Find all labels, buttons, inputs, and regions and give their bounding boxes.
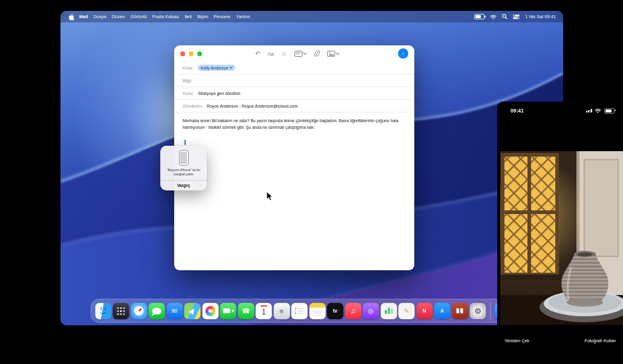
menubar-clock[interactable]: 1 Nis Sal 09:41 <box>525 14 556 19</box>
insert-photo-icon[interactable] <box>327 51 339 57</box>
dock-reminders[interactable] <box>292 303 308 319</box>
field-to-label: Kime: <box>183 66 194 70</box>
format-icon[interactable]: Aa <box>267 51 273 57</box>
control-center-icon[interactable] <box>513 15 520 19</box>
text-insertion-caret <box>184 140 186 145</box>
recipient-name: Kelly Anderson <box>201 66 228 70</box>
dock-photos[interactable] <box>202 303 218 319</box>
dock-pages[interactable]: ✎ <box>399 303 415 319</box>
menu-biçim[interactable]: Biçim <box>197 14 208 19</box>
field-subject[interactable]: Konu: Stüdyoya geri döndüm <box>175 87 414 100</box>
close-button[interactable] <box>180 51 185 56</box>
toolbar-icons: ↶ Aa ☺ <box>255 50 339 57</box>
dock-maps[interactable] <box>184 303 201 319</box>
dock-notes[interactable] <box>309 303 325 319</box>
dock-news[interactable]: N <box>416 303 432 319</box>
dock-contacts[interactable]: ☻ <box>273 303 290 319</box>
menu-mail[interactable]: Mail <box>79 14 88 19</box>
field-from-value: Royce Anderson - Royce.Anderson@icloud.c… <box>207 104 298 108</box>
menu-yardım[interactable]: Yardım <box>236 14 250 19</box>
dock-books[interactable] <box>452 303 468 319</box>
mouse-cursor <box>266 191 273 204</box>
dock-podcasts[interactable]: ◎ <box>363 303 379 319</box>
popup-message: "Royce's iPhone" ile bir fotoğraf çekin <box>160 166 207 180</box>
field-from-label: Gönderen: <box>183 104 203 108</box>
dock-separator <box>490 302 491 320</box>
dock-mail[interactable]: ✉ <box>166 303 183 319</box>
iphone-camera-panel: 09:41 <box>497 102 623 364</box>
signal-icon <box>586 109 592 113</box>
menu-pencere[interactable]: Pencere <box>214 14 230 19</box>
dock-app-store[interactable]: A <box>434 303 451 319</box>
field-subject-value: Stüdyoya geri döndüm <box>198 91 240 96</box>
field-cc[interactable]: Bilgi: <box>175 74 414 87</box>
field-cc-label: Bilgi: <box>183 79 192 83</box>
mail-headers: Kime: Kelly Anderson Bilgi: Konu: Stüdyo… <box>174 62 414 112</box>
emoji-icon[interactable]: ☺ <box>281 51 287 57</box>
dock-phone[interactable]: ☎ <box>238 303 254 319</box>
dock-finder[interactable] <box>95 303 111 319</box>
continuity-camera-popup: "Royce's iPhone" ile bir fotoğraf çekin … <box>160 146 207 190</box>
retake-button[interactable]: Yeniden Çek <box>504 338 529 364</box>
menu-posta-kutusu[interactable]: Posta Kutusu <box>152 14 180 19</box>
mac-desktop: MailDosyaDüzenGörüntüPosta KutusuİletiBi… <box>60 11 563 325</box>
battery-icon <box>604 108 615 114</box>
menubar: MailDosyaDüzenGörüntüPosta KutusuİletiBi… <box>60 11 563 22</box>
field-to[interactable]: Kime: Kelly Anderson <box>175 62 414 74</box>
cancel-button[interactable]: Vazgeç <box>160 181 207 190</box>
apple-logo-icon[interactable] <box>68 13 74 21</box>
message-body[interactable]: Merhaba anne! Bil bakalım ne oldu? Bu ya… <box>174 112 414 131</box>
undo-icon[interactable]: ↶ <box>255 51 260 57</box>
stationery-icon[interactable] <box>295 51 307 57</box>
dock-facetime[interactable] <box>220 303 236 319</box>
spotlight-search-icon[interactable] <box>502 14 507 19</box>
menubar-status: 1 Nis Sal 09:41 <box>474 14 556 19</box>
menu-görüntü[interactable]: Görüntü <box>131 14 147 19</box>
menu-düzen[interactable]: Düzen <box>112 14 125 19</box>
minimize-button[interactable] <box>189 51 194 56</box>
dock-music[interactable]: ♫ <box>345 303 361 319</box>
menu-dosya[interactable]: Dosya <box>94 14 106 19</box>
battery-icon[interactable] <box>474 14 484 19</box>
use-photo-button[interactable]: Fotoğrafı Kullan <box>584 338 616 364</box>
iphone-clock: 09:41 <box>510 108 524 114</box>
screenshot-root: { "menubar": { "apple_icon": "apple-logo… <box>0 0 623 364</box>
dock-launchpad[interactable] <box>113 303 129 319</box>
field-subject-label: Konu: <box>183 91 194 96</box>
attach-icon[interactable] <box>314 50 320 57</box>
iphone-status-bar: 09:41 <box>497 108 623 114</box>
camera-preview <box>500 151 623 325</box>
wifi-icon[interactable] <box>490 15 497 19</box>
dock-messages[interactable] <box>149 303 165 319</box>
chevron-down-icon <box>229 65 233 69</box>
app-menus: MailDosyaDüzenGörüntüPosta KutusuİletiBi… <box>74 14 250 19</box>
dock: ✉☎1☻tv♫◎✎NA⚙ <box>90 299 533 323</box>
menu-i̇leti[interactable]: İleti <box>184 14 192 19</box>
dock-tv[interactable]: tv <box>327 303 344 319</box>
field-from[interactable]: Gönderen: Royce Anderson - Royce.Anderso… <box>175 100 414 112</box>
dock-safari[interactable] <box>131 303 147 319</box>
wifi-icon <box>595 108 601 113</box>
window-controls <box>180 51 202 56</box>
recipient-token[interactable]: Kelly Anderson <box>198 65 235 71</box>
zoom-button[interactable] <box>197 51 202 56</box>
camera-action-bar: Yeniden Çek Fotoğrafı Kullan <box>497 325 623 364</box>
dock-numbers[interactable] <box>380 303 397 319</box>
mail-compose-window: ↶ Aa ☺ ↑ Kime: Ke <box>174 45 414 270</box>
send-button[interactable]: ↑ <box>398 48 408 59</box>
compose-toolbar: ↶ Aa ☺ ↑ <box>174 45 414 62</box>
dock-calendar[interactable]: 1 <box>256 303 272 319</box>
dock-system-settings[interactable]: ⚙ <box>470 303 486 319</box>
iphone-icon <box>179 150 189 166</box>
